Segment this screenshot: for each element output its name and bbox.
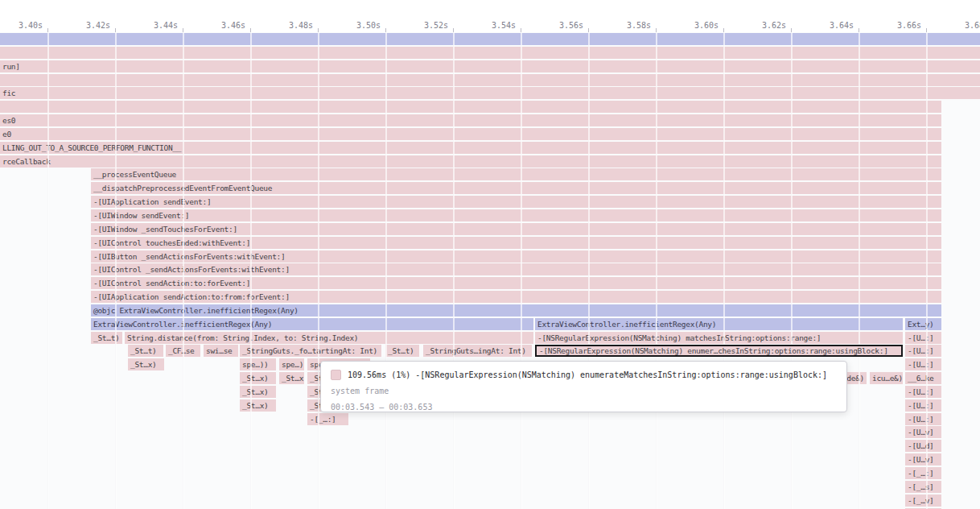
frame-bar[interactable]: ExtraViewController.inefficientRegex(Any… — [535, 318, 903, 330]
frame-bar[interactable]: -[U…d] — [905, 440, 941, 452]
frame-bar[interactable]: icu…e&) — [870, 372, 903, 384]
frame-bar[interactable]: -[_…:] — [307, 413, 348, 425]
frame-bar[interactable]: _St…x) — [279, 372, 304, 384]
frame-bar[interactable]: run] — [0, 60, 980, 72]
frame-bar[interactable]: -[_…s] — [905, 481, 941, 493]
frame-label: fic — [2, 89, 15, 97]
frame-bar[interactable] — [0, 101, 941, 113]
frame-bar[interactable]: -[UIWindow _sendTouchesForEvent:] — [91, 223, 941, 235]
ruler-tick-label: 3.52s — [424, 21, 448, 30]
frame-bar[interactable]: __dispatchPreprocessedEventFromEventQueu… — [91, 182, 941, 194]
frame-bar[interactable]: e0 — [0, 128, 941, 140]
frame-bar[interactable]: _St…t) — [91, 332, 122, 344]
frame-bar[interactable]: _St…t) — [385, 345, 419, 357]
frame-label: -[UIWindow sendEvent:] — [93, 211, 189, 220]
frame-bar[interactable]: -[_…v] — [905, 495, 941, 507]
frame-bar[interactable]: spe…)) — [240, 358, 276, 370]
frame-bar[interactable]: es0 — [0, 114, 941, 126]
frame-bar[interactable]: _St…x) — [128, 358, 164, 370]
frame-label: _CF…se — [168, 346, 195, 355]
ruler-tick-mark — [926, 28, 927, 32]
frame-label: Ext…y) — [908, 320, 934, 329]
ruler-tick-label: 3.42s — [86, 21, 110, 30]
frame-bar[interactable]: ExtraViewController.inefficientRegex(Any… — [91, 318, 533, 330]
frame-bar[interactable]: -[NSRegularExpression(NSMatching) matche… — [535, 332, 903, 344]
frame-bar[interactable]: _St…x) — [240, 399, 276, 412]
frame-bar[interactable]: -[U…:] — [905, 413, 941, 425]
frame-bar[interactable]: rceCallback — [0, 155, 941, 168]
frame-label: -[_…:] — [908, 469, 934, 478]
frame-bar[interactable] — [0, 74, 980, 86]
frame-label: -[_…s] — [908, 482, 934, 491]
frame-label: -[UIApplication sendAction:to:from:forEv… — [93, 292, 290, 301]
tooltip-time-range: 00:03.543 — 00:03.653 — [331, 400, 837, 413]
frame-label: ExtraViewController.inefficientRegex(Any… — [537, 320, 716, 329]
tooltip-title: 109.56ms (1%) -[NSRegularExpression(NSMa… — [348, 370, 827, 379]
frame-label: spe…)) — [242, 360, 269, 369]
frame-bar[interactable]: String.distance(from: String.Index, to: … — [125, 332, 533, 344]
ruler-tick-label: 3.40s — [19, 21, 43, 30]
frame-bar-selected[interactable]: -[NSRegularExpression(NSMatching) enumer… — [535, 345, 903, 357]
frame-bar[interactable]: -[U…v] — [905, 453, 941, 466]
frame-bar[interactable]: fic — [0, 87, 980, 99]
ruler-tick-label: 3.68s — [965, 21, 980, 30]
frame-label: de&) — [846, 374, 864, 383]
frame-bar[interactable]: swi…se — [204, 345, 238, 357]
frame-bar[interactable]: -[U…:] — [905, 345, 941, 357]
frame-label: icu…e&) — [872, 374, 903, 383]
flame-chart: run]fices0e0LLING_OUT_TO_A_SOURCE0_PERFO… — [0, 0, 980, 509]
ruler-tick-label: 3.48s — [289, 21, 313, 30]
frame-label: -[UIControl sendAction:to:forEvent:] — [93, 279, 250, 288]
frame-bar[interactable]: @objc ExtraViewController.inefficientReg… — [91, 304, 941, 317]
frame-bar[interactable]: __6…ke — [905, 372, 941, 384]
frame-bar[interactable]: -[U…v] — [905, 426, 941, 438]
frame-bar[interactable]: -[U…:] — [905, 358, 941, 370]
frame-bar[interactable]: -[UIApplication sendAction:to:from:forEv… — [91, 291, 941, 303]
ruler-tick-mark — [183, 28, 183, 32]
frame-bar[interactable]: _StringGuts…ingAt: Int) — [423, 345, 532, 357]
frame-bar[interactable]: _St…t) — [128, 345, 163, 357]
frame-label: -[U…:] — [908, 333, 934, 342]
color-swatch-icon — [331, 370, 341, 380]
frame-bar[interactable]: _St…x) — [240, 386, 276, 398]
gridline — [47, 32, 49, 509]
frame-label: _StringGuts._fo…tartingAt: Int) — [242, 346, 377, 355]
frame-bar[interactable]: -[_…:] — [905, 467, 941, 479]
frame-label: e0 — [2, 130, 11, 139]
frame-bar[interactable]: -[U…:] — [905, 332, 941, 344]
frame-bar[interactable]: -[U…:] — [905, 386, 941, 398]
frame-label: spe…)) — [282, 360, 304, 369]
ruler-tick-mark — [723, 28, 724, 32]
frame-label: -[U…v] — [908, 428, 934, 437]
gridline — [859, 32, 860, 509]
frame-label: __processEventQueue — [93, 170, 176, 179]
ruler-tick-mark — [521, 28, 521, 32]
frame-bar[interactable]: -[U…:] — [905, 399, 941, 412]
frame-bar[interactable]: -[UIControl sendAction:to:forEvent:] — [91, 277, 941, 289]
frame-label: es0 — [2, 116, 15, 125]
frame-label: run] — [2, 62, 20, 71]
frame-bar[interactable]: _StringGuts._fo…tartingAt: Int) — [240, 345, 381, 357]
frame-bar[interactable]: _St…x) — [240, 372, 276, 384]
ruler-tick-label: 3.56s — [559, 21, 583, 30]
frame-bar[interactable]: spe…)) — [279, 358, 304, 370]
frame-label: -[U…:] — [908, 346, 934, 355]
frame-bar[interactable] — [0, 33, 980, 45]
frame-bar[interactable] — [0, 47, 980, 59]
frame-bar[interactable]: __processEventQueue — [91, 168, 941, 180]
frame-label: _St…x) — [242, 401, 269, 410]
frame-bar[interactable]: -[UIButton _sendActionsForEvents:withEve… — [91, 250, 941, 263]
gridline — [588, 32, 590, 509]
frame-bar[interactable]: Ext…y) — [905, 318, 941, 330]
gridline — [656, 32, 657, 509]
frame-bar[interactable]: -[UIWindow sendEvent:] — [91, 209, 941, 221]
time-ruler[interactable]: 3.40s3.42s3.44s3.46s3.48s3.50s3.52s3.54s… — [0, 0, 980, 32]
ruler-tick-mark — [115, 28, 116, 32]
frame-bar[interactable]: -[UIControl touchesEnded:withEvent:] — [91, 237, 941, 249]
frame-label: -[_…:] — [310, 415, 336, 424]
frame-bar[interactable]: -[UIControl _sendActionsForEvents:withEv… — [91, 263, 941, 275]
frame-label: -[U…:] — [908, 360, 934, 369]
ruler-tick-label: 3.60s — [694, 21, 719, 30]
frame-bar[interactable]: -[UIApplication sendEvent:] — [91, 196, 941, 208]
frame-bar[interactable]: LLING_OUT_TO_A_SOURCE0_PERFORM_FUNCTION_… — [0, 142, 941, 154]
